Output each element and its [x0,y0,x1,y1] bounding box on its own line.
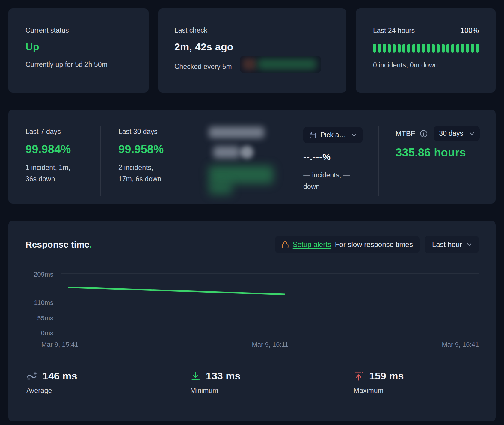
minimum-icon [190,371,200,381]
last-30-days-value: 99.958% [118,143,164,156]
uptime-dashboard: Current status Up Currently up for 5d 2h… [0,0,504,425]
current-status-value: Up [25,41,132,53]
uptime-bar [456,44,459,53]
calendar-icon [309,132,316,139]
uptime-bar [432,44,435,53]
redacted-section [209,110,286,204]
custom-range-section: Pick a… --.---% — incidents, — down [303,127,363,192]
divider [100,126,101,196]
maximum-label: Maximum [354,387,496,395]
last-check-label: Last check [174,26,330,34]
check-frequency-text: Checked every 5m [174,63,232,71]
redacted-blob [213,146,240,158]
uptime-bar [422,44,425,53]
custom-range-incidents: — incidents, — down [303,169,363,192]
mtbf-range-value: 30 days [439,129,463,138]
average-label: Average [26,387,171,395]
current-status-label: Current status [25,26,132,34]
chevron-down-icon [352,134,357,137]
uptime-bar [476,44,479,53]
pick-a-date-label: Pick a… [320,131,346,139]
incidents-24h-text: 0 incidents, 0m down [373,61,479,69]
uptime-bar [402,44,405,53]
redacted-blob [209,183,232,195]
uptime-bar [427,44,430,53]
last-24-hours-header: Last 24 hours 100% [373,26,479,35]
last-7-days-section: Last 7 days 99.984% 1 incident, 1m, 36s … [25,128,71,185]
uptime-bar [378,44,381,53]
uptime-bar [383,44,386,53]
uptime-bar [398,44,401,53]
uptime-bar [373,44,376,53]
incidents-line: 1 incident, 1m, [25,164,70,171]
average-value: 146 ms [43,370,77,382]
uptime-percent-24h: 100% [461,26,479,35]
custom-range-value: --.---% [303,152,363,162]
redacted-blob [209,166,273,184]
response-stats-row: 146 ms Average 133 ms Minimum [8,370,496,395]
uptime-bar [442,44,445,53]
uptime-bar [437,44,440,53]
mtbf-section: MTBF 30 days 335.86 hours [396,126,480,159]
downtime-line: 17m, 6s down [118,175,161,183]
last-check-card: Last check 2m, 42s ago Checked every 5m [158,8,346,93]
incidents-line: — incidents, — [303,171,350,179]
info-icon[interactable] [420,130,428,138]
last-24-hours-card: Last 24 hours 100% 0 incidents, 0m down [356,8,496,93]
divider [378,126,379,196]
last-7-days-incidents: 1 incident, 1m, 36s down [25,162,71,185]
redacted-monitor-badge [240,56,321,73]
mtbf-label: MTBF [396,129,415,138]
uptime-bar [466,44,469,53]
last-check-value: 2m, 42s ago [174,41,330,53]
pick-a-date-button[interactable]: Pick a… [303,127,363,143]
maximum-stat: 159 ms Maximum [334,370,496,395]
x-tick: Mar 9, 16:11 [61,341,479,349]
uptime-bars [373,44,479,53]
redacted-blob [209,127,264,138]
last-30-days-section: Last 30 days 99.958% 2 incidents, 17m, 6… [118,128,164,185]
minimum-label: Minimum [190,387,334,395]
mtbf-header: MTBF 30 days [396,126,480,141]
uptime-bar [407,44,410,53]
maximum-value: 159 ms [369,370,404,382]
uptime-bar [417,44,420,53]
check-frequency-row: Checked every 5m [174,61,330,73]
uptime-bar [446,44,449,53]
last-7-days-label: Last 7 days [25,128,71,136]
last-7-days-value: 99.984% [25,143,71,156]
uptime-bar [461,44,464,53]
average-icon [26,371,37,382]
downtime-line: 36s down [25,175,55,183]
mtbf-value: 335.86 hours [396,146,480,159]
redacted-blob [243,58,256,70]
average-stat: 146 ms Average [8,370,171,395]
redacted-blob [258,59,316,70]
last-30-days-label: Last 30 days [118,128,164,136]
top-cards-row: Current status Up Currently up for 5d 2h… [8,8,496,93]
uptime-bar [393,44,396,53]
mtbf-range-dropdown[interactable]: 30 days [434,126,480,141]
x-tick: Mar 9, 16:41 [442,341,479,349]
redacted-blob [240,146,253,159]
divider [286,126,286,196]
minimum-stat: 133 ms Minimum [171,370,334,395]
divider [193,126,193,196]
uptime-bar [388,44,391,53]
last-24-hours-label: Last 24 hours [373,27,415,35]
minimum-value: 133 ms [206,370,240,382]
uptime-bar [471,44,474,53]
uptime-bar [451,44,454,53]
chevron-down-icon [470,132,474,135]
maximum-icon [354,371,364,381]
last-30-days-incidents: 2 incidents, 17m, 6s down [118,162,164,185]
uptime-bar [412,44,415,53]
availability-band: Last 7 days 99.984% 1 incident, 1m, 36s … [8,110,496,204]
current-status-card: Current status Up Currently up for 5d 2h… [8,8,149,93]
current-uptime-text: Currently up for 5d 2h 50m [25,61,132,69]
incidents-line: 2 incidents, [118,164,153,171]
downtime-line: down [303,183,320,190]
response-time-card: Response time. Setup alerts For slow res… [8,221,496,421]
